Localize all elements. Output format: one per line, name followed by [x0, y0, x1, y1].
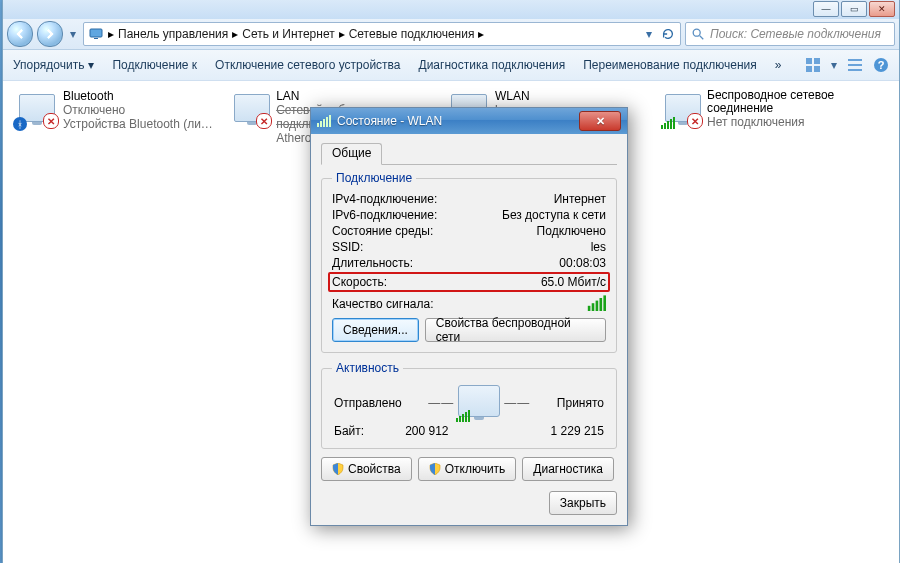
connection-item-bluetooth[interactable]: ✕ ᚼ Bluetooth Отключено Устройства Bluet…	[17, 89, 217, 131]
breadcrumb-item[interactable]: Сетевые подключения	[349, 27, 475, 41]
search-input[interactable]: Поиск: Сетевые подключения	[685, 22, 895, 46]
breadcrumb-sep-icon: ▸	[108, 27, 114, 41]
bluetooth-icon: ✕ ᚼ	[17, 89, 57, 127]
close-button[interactable]: Закрыть	[549, 491, 617, 515]
ipv4-label: IPv4-подключение:	[332, 192, 437, 206]
bytes-recv: 1 229 215	[551, 424, 604, 438]
wlan-status-dialog: Состояние - WLAN ✕ Общие Подключение IPv…	[310, 107, 628, 526]
breadcrumb-sep-icon: ▸	[232, 27, 238, 41]
arrow-icon: ——	[428, 396, 454, 410]
shield-icon	[429, 463, 441, 475]
ssid-label: SSID:	[332, 240, 363, 254]
nav-back-button[interactable]	[7, 21, 33, 47]
address-bar-row: ▾ ▸ Панель управления ▸ Сеть и Интернет …	[3, 19, 899, 50]
dialog-close-button[interactable]: ✕	[579, 111, 621, 131]
window-minimize-button[interactable]: —	[813, 1, 839, 17]
nav-forward-button[interactable]	[37, 21, 63, 47]
media-label: Состояние среды:	[332, 224, 433, 238]
window-titlebar: — ▭ ✕	[3, 0, 899, 19]
dialog-tabs: Общие	[321, 142, 617, 165]
command-bar: Упорядочить▾ Подключение к Отключение се…	[3, 50, 899, 81]
view-thumbnails-icon[interactable]	[805, 57, 821, 73]
ssid-value: les	[591, 240, 606, 254]
signal-quality-icon	[588, 293, 606, 311]
search-placeholder: Поиск: Сетевые подключения	[710, 27, 881, 41]
svg-rect-1	[94, 38, 98, 39]
window-maximize-button[interactable]: ▭	[841, 1, 867, 17]
bytes-sent: 200 912	[405, 424, 448, 438]
connection-name: WLAN	[495, 89, 530, 103]
quality-label: Качество сигнала:	[332, 297, 433, 311]
svg-text:?: ?	[878, 59, 885, 71]
ipv6-value: Без доступа к сети	[502, 208, 606, 222]
svg-line-3	[700, 36, 704, 40]
network-folder-icon	[88, 26, 104, 42]
details-button[interactable]: Сведения...	[332, 318, 419, 342]
view-dropdown-icon[interactable]: ▾	[831, 58, 837, 72]
ipv4-value: Интернет	[554, 192, 606, 206]
lan-icon: ✕	[233, 89, 270, 127]
signal-icon	[661, 115, 675, 129]
breadcrumb-sep-icon: ▸	[339, 27, 345, 41]
bluetooth-glyph-icon: ᚼ	[13, 117, 27, 131]
connection-item-wireless[interactable]: ✕ Беспроводное сетевое соединение Нет по…	[665, 89, 865, 129]
tab-general[interactable]: Общие	[321, 143, 382, 165]
svg-rect-7	[814, 66, 820, 72]
svg-rect-9	[848, 64, 862, 66]
svg-rect-8	[848, 59, 862, 61]
help-icon[interactable]: ?	[873, 57, 889, 73]
toolbar-connect[interactable]: Подключение к	[112, 58, 197, 72]
disabled-badge-icon: ✕	[43, 113, 59, 129]
group-connection: Подключение IPv4-подключение:Интернет IP…	[321, 171, 617, 353]
breadcrumb-item[interactable]: Сеть и Интернет	[242, 27, 334, 41]
group-connection-label: Подключение	[332, 171, 416, 185]
svg-point-2	[693, 29, 700, 36]
addr-dropdown-icon[interactable]: ▾	[641, 26, 657, 42]
arrow-icon: ——	[504, 396, 530, 410]
dialog-titlebar[interactable]: Состояние - WLAN ✕	[311, 108, 627, 134]
view-list-icon[interactable]	[847, 57, 863, 73]
group-activity-label: Активность	[332, 361, 403, 375]
connection-name: Беспроводное сетевое соединение	[707, 89, 865, 115]
group-activity: Активность Отправлено —— —— Принято Байт…	[321, 361, 617, 449]
search-icon	[690, 26, 706, 42]
media-value: Подключено	[537, 224, 606, 238]
unplugged-badge-icon: ✕	[256, 113, 272, 129]
connection-name: LAN	[276, 89, 433, 103]
signal-icon	[456, 408, 470, 422]
recv-label: Принято	[557, 396, 604, 410]
wireless-properties-button[interactable]: Свойства беспроводной сети	[425, 318, 606, 342]
connection-status: Нет подключения	[707, 115, 865, 129]
refresh-icon[interactable]	[660, 26, 676, 42]
signal-icon	[317, 115, 331, 127]
toolbar-diagnose[interactable]: Диагностика подключения	[419, 58, 566, 72]
toolbar-organize[interactable]: Упорядочить▾	[13, 58, 94, 72]
disable-button[interactable]: Отключить	[418, 457, 517, 481]
connection-status: Отключено	[63, 103, 213, 117]
connection-device: Устройства Bluetooth (личной с...	[63, 117, 213, 131]
wlan-icon: ✕	[665, 89, 701, 127]
window-close-button[interactable]: ✕	[869, 1, 895, 17]
svg-rect-10	[848, 69, 862, 71]
diagnose-button[interactable]: Диагностика	[522, 457, 614, 481]
speed-highlight: Скорость:65.0 Мбит/с	[328, 272, 610, 292]
properties-button[interactable]: Свойства	[321, 457, 412, 481]
toolbar-disable[interactable]: Отключение сетевого устройства	[215, 58, 400, 72]
ipv6-label: IPv6-подключение:	[332, 208, 437, 222]
svg-rect-6	[806, 66, 812, 72]
speed-label: Скорость:	[332, 275, 387, 289]
shield-icon	[332, 463, 344, 475]
svg-rect-5	[814, 58, 820, 64]
duration-value: 00:08:03	[559, 256, 606, 270]
toolbar-rename[interactable]: Переименование подключения	[583, 58, 757, 72]
chevron-down-icon: ▾	[88, 58, 94, 72]
address-bar[interactable]: ▸ Панель управления ▸ Сеть и Интернет ▸ …	[83, 22, 681, 46]
breadcrumb-item[interactable]: Панель управления	[118, 27, 228, 41]
toolbar-more[interactable]: »	[775, 58, 782, 72]
disconnected-badge-icon: ✕	[687, 113, 703, 129]
speed-value: 65.0 Мбит/с	[541, 275, 606, 289]
breadcrumb-sep-icon: ▸	[478, 27, 484, 41]
duration-label: Длительность:	[332, 256, 413, 270]
svg-rect-0	[90, 29, 102, 37]
nav-history-dropdown[interactable]: ▾	[67, 27, 79, 41]
